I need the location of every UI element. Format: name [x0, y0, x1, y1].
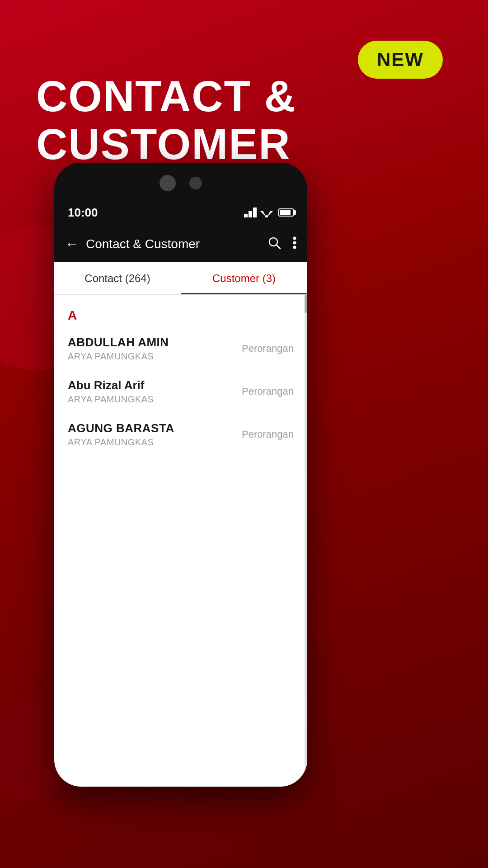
svg-line-7 — [277, 245, 280, 249]
svg-point-9 — [293, 241, 296, 244]
back-button[interactable]: ← — [65, 236, 79, 252]
more-options-icon[interactable] — [293, 236, 296, 252]
contact-name-1: ABDULLAH AMIN — [68, 335, 169, 349]
status-time: 10:00 — [68, 206, 98, 220]
section-letter-a: A — [68, 308, 294, 323]
camera-main — [160, 175, 176, 191]
signal-icon — [244, 208, 257, 217]
phone-mockup: 10:00 ← Contact & Customer — [54, 163, 307, 787]
battery-icon — [278, 208, 294, 217]
page-title: CONTACT & CUSTOMER — [36, 72, 488, 168]
svg-marker-1 — [249, 211, 252, 217]
tab-contact[interactable]: Contact (264) — [54, 262, 181, 294]
scrollbar — [305, 295, 307, 787]
scrollbar-thumb — [305, 295, 307, 313]
status-icons — [244, 208, 294, 217]
contact-name-3: AGUNG BARASTA — [68, 421, 174, 435]
camera-front — [189, 177, 202, 189]
contact-type-2: Perorangan — [242, 386, 294, 397]
contact-item[interactable]: Abu Rizal Arif ARYA PAMUNGKAS Perorangan — [68, 370, 294, 413]
contact-type-3: Perorangan — [242, 429, 294, 440]
header-title: Contact & Customer — [86, 237, 260, 251]
status-bar: 10:00 — [54, 199, 307, 226]
svg-point-10 — [293, 245, 296, 249]
contact-item[interactable]: ABDULLAH AMIN ARYA PAMUNGKAS Perorangan — [68, 327, 294, 370]
tab-customer[interactable]: Customer (3) — [181, 262, 307, 294]
contact-info-1: ABDULLAH AMIN ARYA PAMUNGKAS — [68, 335, 169, 362]
contact-sub-2: ARYA PAMUNGKAS — [68, 394, 154, 405]
content-area: A ABDULLAH AMIN ARYA PAMUNGKAS Peroranga… — [54, 295, 307, 787]
tabs-container: Contact (264) Customer (3) — [54, 262, 307, 295]
contact-name-2: Abu Rizal Arif — [68, 378, 154, 392]
phone-top-bar — [54, 163, 307, 199]
contact-type-1: Perorangan — [242, 343, 294, 354]
app-header: ← Contact & Customer — [54, 226, 307, 262]
wifi-icon — [260, 208, 273, 217]
svg-marker-0 — [244, 214, 248, 217]
contact-info-3: AGUNG BARASTA ARYA PAMUNGKAS — [68, 421, 174, 448]
contact-item[interactable]: AGUNG BARASTA ARYA PAMUNGKAS Perorangan — [68, 413, 294, 456]
contact-info-2: Abu Rizal Arif ARYA PAMUNGKAS — [68, 378, 154, 405]
contact-sub-3: ARYA PAMUNGKAS — [68, 437, 174, 448]
svg-point-5 — [265, 215, 268, 217]
svg-marker-2 — [253, 208, 257, 217]
search-icon[interactable] — [267, 236, 281, 253]
svg-point-8 — [293, 236, 296, 240]
contact-sub-1: ARYA PAMUNGKAS — [68, 351, 169, 362]
